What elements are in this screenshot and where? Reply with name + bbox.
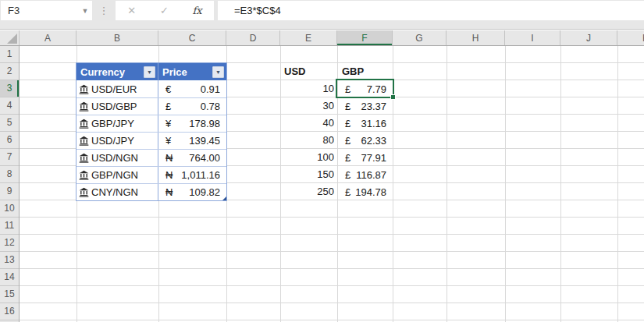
- gbp-cell[interactable]: £23.37: [337, 97, 393, 115]
- price-cell[interactable]: ₦109.82: [158, 184, 226, 200]
- row-header-4[interactable]: 4: [0, 97, 19, 115]
- row-header-16[interactable]: 16: [0, 303, 19, 320]
- currency-cell[interactable]: GBP/JPY: [76, 115, 158, 132]
- conversion-row: 40 £31.16: [280, 115, 393, 132]
- enter-icon[interactable]: ✓: [160, 5, 169, 16]
- usd-cell[interactable]: 150: [280, 166, 337, 183]
- table-header-currency[interactable]: Currency ▼: [76, 63, 158, 80]
- row-header-15[interactable]: 15: [0, 286, 19, 303]
- column-header-d[interactable]: D: [226, 30, 280, 45]
- row-header-14[interactable]: 14: [0, 269, 19, 286]
- gbp-value: 194.78: [355, 186, 386, 198]
- gbp-cell[interactable]: £62.33: [337, 132, 393, 149]
- table-row: USD/NGN ₦764.00: [76, 149, 226, 166]
- row-header-10[interactable]: 10: [0, 200, 19, 218]
- price-cell[interactable]: ₦1,011.16: [158, 167, 226, 183]
- gbp-cell[interactable]: £7.79: [337, 80, 393, 97]
- fill-handle[interactable]: [390, 94, 396, 100]
- usd-cell[interactable]: 100: [280, 149, 337, 166]
- column-headers: A B C D E F G H I J K: [0, 30, 644, 46]
- price-cell[interactable]: ¥139.45: [158, 133, 226, 149]
- gbp-cell[interactable]: £31.16: [337, 115, 393, 132]
- select-all-corner[interactable]: [0, 30, 20, 45]
- gbp-cell[interactable]: £77.91: [337, 149, 393, 166]
- row-header-13[interactable]: 13: [0, 252, 19, 269]
- row-header-5[interactable]: 5: [0, 115, 19, 132]
- gbp-value: 116.87: [356, 169, 386, 181]
- currency-cell[interactable]: GBP/NGN: [76, 167, 158, 183]
- row-header-12[interactable]: 12: [0, 235, 19, 252]
- price-cell[interactable]: €0.91: [158, 80, 226, 97]
- excel-window: F3 ▼ ⋮ ✕ ✓ fx =E3*$C$4 A B C D E F G H I…: [0, 0, 644, 322]
- table-row: USD/GBP £0.78: [76, 97, 226, 115]
- column-header-i[interactable]: I: [505, 30, 560, 45]
- currency-cell[interactable]: USD/EUR: [76, 80, 158, 97]
- usd-cell[interactable]: 30: [280, 97, 337, 115]
- table-header-price[interactable]: Price ▼: [158, 63, 226, 80]
- currency-symbol: £: [345, 152, 350, 164]
- currency-cell[interactable]: CNY/NGN: [76, 184, 158, 200]
- filter-icon[interactable]: ▼: [144, 66, 155, 78]
- column-header-a[interactable]: A: [20, 30, 76, 45]
- conversion-row: 150 £116.87: [280, 166, 393, 183]
- currency-cell[interactable]: USD/NGN: [76, 150, 158, 166]
- column-header-j[interactable]: J: [560, 30, 617, 45]
- currency-symbol: £: [345, 135, 350, 147]
- usd-cell[interactable]: 10: [280, 80, 337, 97]
- row-header-1[interactable]: 1: [0, 46, 19, 63]
- table-row: GBP/NGN ₦1,011.16: [76, 166, 226, 183]
- price-value: 764.00: [189, 152, 220, 164]
- sheet-grid[interactable]: Currency ▼ Price ▼ USD/EUR €0.91 USD/: [20, 46, 644, 322]
- currency-symbol: ₦: [165, 152, 173, 164]
- name-box-dropdown-icon[interactable]: ▼: [78, 7, 92, 15]
- name-box[interactable]: F3 ▼: [1, 1, 92, 20]
- row-header-2[interactable]: 2: [0, 63, 19, 80]
- column-header-c[interactable]: C: [158, 30, 226, 45]
- gbp-cell[interactable]: £116.87: [337, 166, 393, 183]
- row-header-11[interactable]: 11: [0, 218, 19, 235]
- formula-input[interactable]: =E3*$C$4: [218, 1, 644, 20]
- price-value: 1,011.16: [181, 169, 220, 181]
- row-header-6[interactable]: 6: [0, 132, 19, 149]
- price-cell[interactable]: ₦764.00: [158, 150, 226, 166]
- row-header-7[interactable]: 7: [0, 149, 19, 166]
- conversion-headers: USD GBP: [280, 63, 393, 80]
- currency-symbol: £: [345, 169, 350, 181]
- row-header-3[interactable]: 3: [0, 80, 19, 97]
- column-header-g[interactable]: G: [393, 30, 447, 45]
- currency-symbol: ¥: [165, 118, 171, 129]
- column-header-k[interactable]: K: [617, 30, 644, 45]
- column-header-e[interactable]: E: [280, 30, 337, 45]
- table-row: GBP/JPY ¥178.98: [76, 115, 226, 132]
- usd-header-cell[interactable]: USD: [280, 63, 337, 80]
- bank-icon: [79, 101, 89, 111]
- column-header-h[interactable]: H: [447, 30, 505, 45]
- bank-icon: [79, 119, 89, 129]
- bank-icon: [79, 153, 89, 163]
- usd-cell[interactable]: 80: [280, 132, 337, 149]
- row-header-8[interactable]: 8: [0, 166, 19, 183]
- conversion-row: 100 £77.91: [280, 149, 393, 166]
- gbp-cell[interactable]: £194.78: [337, 183, 393, 200]
- table-resize-handle[interactable]: [222, 196, 226, 200]
- row-header-9[interactable]: 9: [0, 183, 19, 200]
- bank-icon: [79, 136, 89, 146]
- table-row: USD/JPY ¥139.45: [76, 132, 226, 149]
- price-cell[interactable]: ¥178.98: [158, 115, 226, 132]
- gbp-header-cell[interactable]: GBP: [337, 63, 393, 80]
- price-value: 139.45: [189, 135, 220, 147]
- filter-icon[interactable]: ▼: [212, 66, 224, 78]
- cancel-icon[interactable]: ✕: [127, 5, 136, 16]
- column-header-b[interactable]: B: [76, 30, 158, 45]
- conversion-row: 10 £7.79: [280, 80, 393, 97]
- insert-function-icon[interactable]: fx: [192, 5, 201, 16]
- usd-cell[interactable]: 250: [280, 183, 337, 200]
- currency-cell[interactable]: USD/GBP: [76, 98, 158, 115]
- usd-cell[interactable]: 40: [280, 115, 337, 132]
- currency-table: Currency ▼ Price ▼ USD/EUR €0.91 USD/: [76, 62, 227, 201]
- price-cell[interactable]: £0.78: [158, 98, 226, 115]
- currency-symbol: £: [345, 118, 350, 129]
- column-header-f[interactable]: F: [337, 30, 393, 45]
- currency-cell[interactable]: USD/JPY: [76, 133, 158, 149]
- row-headers: 1 2 3 4 5 6 7 8 9 10 11 12 13 14 15 16: [0, 46, 20, 322]
